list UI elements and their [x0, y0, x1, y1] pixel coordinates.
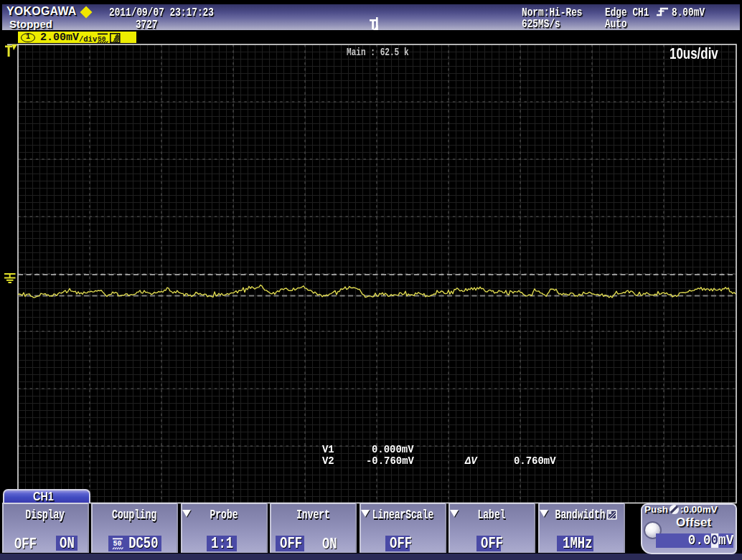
svg-text:50: 50: [113, 540, 122, 548]
